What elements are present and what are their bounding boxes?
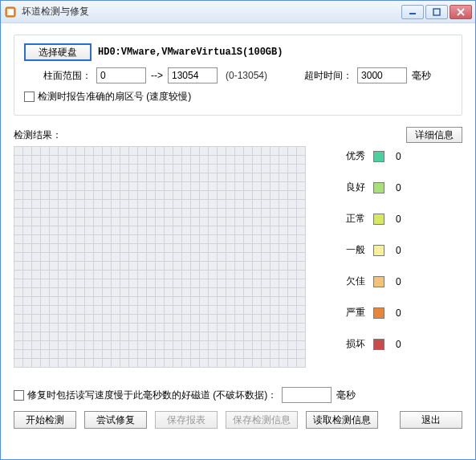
legend-swatch [373, 307, 384, 319]
accurate-sector-checkbox[interactable] [24, 92, 35, 102]
legend-item: 损坏0 [338, 337, 412, 351]
legend-label: 优秀 [338, 149, 365, 163]
repair-ms-input[interactable] [282, 387, 332, 403]
legend-count: 0 [396, 151, 412, 162]
legend-label: 欠佳 [338, 275, 365, 288]
accurate-sector-label: 检测时报告准确的扇区号 (速度较慢) [38, 90, 191, 104]
cylinder-end-input[interactable] [168, 67, 218, 83]
legend-swatch [373, 339, 384, 350]
load-detect-info-button[interactable]: 读取检测信息 [306, 411, 378, 429]
minimize-button[interactable] [401, 5, 424, 19]
maximize-button[interactable] [425, 5, 448, 19]
cylinder-range-label: 柱面范围： [43, 69, 92, 83]
repair-slow-label: 修复时包括读写速度慢于此毫秒数的好磁道 (不破坏数据)： [27, 389, 277, 402]
legend-item: 一般0 [338, 243, 412, 257]
footer-buttons: 开始检测 尝试修复 保存报表 保存检测信息 读取检测信息 退出 [14, 411, 462, 429]
result-label: 检测结果： [14, 128, 62, 142]
legend-label: 良好 [338, 181, 365, 194]
legend-label: 正常 [338, 212, 365, 226]
legend-swatch [373, 276, 384, 287]
legend-swatch [373, 214, 384, 225]
details-button[interactable]: 详细信息 [406, 127, 462, 143]
settings-group: 选择硬盘 HD0:VMware,VMwareVirtualS(100GB) 柱面… [14, 35, 462, 116]
window-title: 坏道检测与修复 [22, 5, 401, 18]
client-area: 选择硬盘 HD0:VMware,VMwareVirtualS(100GB) 柱面… [1, 23, 475, 459]
start-detect-button[interactable]: 开始检测 [14, 411, 76, 429]
cylinder-start-input[interactable] [96, 67, 146, 83]
legend-label: 一般 [338, 243, 365, 257]
legend: 优秀0良好0正常0一般0欠佳0严重0损坏0 [338, 146, 412, 351]
close-button[interactable] [450, 5, 472, 19]
legend-count: 0 [396, 276, 412, 287]
legend-item: 正常0 [338, 212, 412, 226]
timeout-label: 超时时间： [304, 69, 352, 83]
legend-count: 0 [396, 307, 412, 319]
legend-swatch [373, 182, 384, 193]
app-window: 坏道检测与修复 选择硬盘 HD0:VMware,VMwareVirtualS(1… [0, 0, 476, 460]
legend-item: 良好0 [338, 181, 412, 194]
legend-item: 欠佳0 [338, 275, 412, 288]
svg-rect-1 [7, 9, 14, 15]
svg-rect-3 [433, 9, 440, 15]
legend-swatch [373, 151, 384, 162]
repair-ms-unit: 毫秒 [336, 389, 356, 402]
legend-label: 严重 [338, 306, 365, 320]
exit-button[interactable]: 退出 [400, 411, 462, 429]
arrow-icon: --> [151, 70, 163, 81]
svg-rect-6 [14, 146, 306, 368]
save-report-button[interactable]: 保存报表 [155, 411, 218, 429]
legend-label: 损坏 [338, 337, 365, 351]
sector-grid [14, 146, 315, 376]
timeout-unit: 毫秒 [412, 69, 431, 83]
titlebar: 坏道检测与修复 [1, 1, 475, 23]
save-detect-info-button[interactable]: 保存检测信息 [226, 411, 298, 429]
try-repair-button[interactable]: 尝试修复 [84, 411, 147, 429]
repair-slow-checkbox[interactable] [14, 390, 24, 401]
disk-info: HD0:VMware,VMwareVirtualS(100GB) [98, 47, 283, 58]
window-controls [401, 5, 472, 19]
legend-count: 0 [396, 214, 412, 225]
cylinder-hint: (0-13054) [226, 70, 267, 81]
select-disk-button[interactable]: 选择硬盘 [24, 43, 92, 61]
app-icon [4, 6, 17, 18]
legend-count: 0 [396, 182, 412, 193]
timeout-input[interactable] [357, 67, 407, 83]
legend-swatch [373, 245, 384, 256]
legend-count: 0 [396, 339, 412, 350]
legend-count: 0 [396, 245, 412, 256]
legend-item: 严重0 [338, 306, 412, 320]
legend-item: 优秀0 [338, 149, 412, 163]
